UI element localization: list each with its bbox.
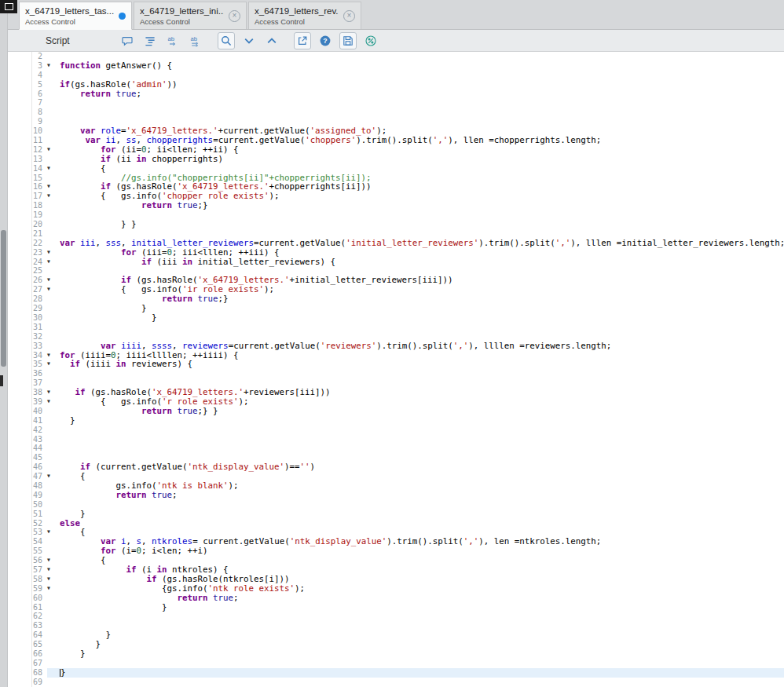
code-text[interactable]: }	[58, 603, 784, 612]
code-text[interactable]: }	[58, 416, 784, 426]
code-text[interactable]	[58, 444, 784, 453]
code-text[interactable]	[58, 108, 784, 117]
code-text[interactable]: {gs.info('ntk role exists');	[58, 584, 784, 594]
tab-2[interactable]: x_64719_letters_ini...Access Control×	[134, 2, 247, 29]
code-line[interactable]: 4	[8, 71, 784, 80]
code-line[interactable]: 52else	[8, 519, 784, 528]
fold-marker-icon[interactable]: ▼	[47, 360, 58, 369]
code-text[interactable]: return true;	[58, 491, 784, 500]
code-line[interactable]: 65 }	[8, 640, 784, 649]
code-text[interactable]: if (ii in chopperrights)	[58, 155, 784, 164]
find-next-icon[interactable]	[240, 32, 258, 49]
code-line[interactable]: 31	[8, 323, 784, 332]
code-line[interactable]: 69	[8, 678, 784, 687]
code-text[interactable]: if (iiii in reviewers) {	[58, 360, 784, 369]
code-line[interactable]: 40 return true;} }	[8, 407, 784, 416]
code-text[interactable]	[58, 323, 784, 332]
code-text[interactable]: if(gs.hasRole('admin'))	[58, 80, 784, 90]
code-text[interactable]	[58, 659, 784, 668]
code-text[interactable]	[58, 621, 784, 630]
toggle-comment-icon[interactable]	[119, 32, 136, 49]
fold-marker-icon[interactable]: ▼	[47, 276, 58, 285]
code-text[interactable]: if (current.getValue('ntk_display_value'…	[58, 462, 784, 472]
code-text[interactable]: }	[58, 304, 784, 313]
code-text[interactable]: }	[58, 649, 784, 659]
code-line[interactable]: 7	[8, 98, 784, 108]
code-line[interactable]: 58▼ if (gs.hasRole(ntkroles[i]))	[8, 575, 784, 584]
code-line[interactable]: 66 }	[8, 649, 784, 659]
code-line[interactable]: 46 if (current.getValue('ntk_display_val…	[8, 462, 784, 472]
code-line[interactable]: 8	[8, 108, 784, 117]
code-text[interactable]: for (i=0; i<len; ++i)	[58, 546, 784, 556]
code-text[interactable]	[58, 500, 784, 510]
fold-marker-icon[interactable]: ▼	[47, 397, 58, 407]
code-line[interactable]: 43	[8, 435, 784, 444]
code-line[interactable]: 3▼function getAnswer() {	[8, 61, 784, 71]
code-text[interactable]: function getAnswer() {	[58, 61, 784, 71]
code-line[interactable]: 44	[8, 444, 784, 453]
code-text[interactable]: return true;}	[58, 294, 784, 304]
code-text[interactable]: }	[58, 313, 784, 323]
code-line[interactable]: 68}	[8, 668, 784, 678]
code-text[interactable]: return true;}	[58, 201, 784, 210]
code-line[interactable]: 51 }	[8, 510, 784, 519]
code-line[interactable]: 49 return true;	[8, 491, 784, 500]
search-icon[interactable]	[218, 32, 235, 49]
code-line[interactable]: 59▼ {gs.info('ntk role exists');	[8, 584, 784, 594]
code-text[interactable]	[58, 435, 784, 444]
collapsed-header-icon[interactable]	[0, 0, 17, 13]
code-line[interactable]: 60 return true;	[8, 594, 784, 603]
code-text[interactable]: }	[58, 668, 784, 678]
code-text[interactable]: return true;} }	[58, 407, 784, 416]
code-editor[interactable]: 23▼function getAnswer() {45if(gs.hasRole…	[8, 52, 784, 687]
find-previous-icon[interactable]	[263, 32, 280, 49]
code-text[interactable]: return true;	[58, 594, 784, 603]
code-line[interactable]: 24▼ if (iii in initial_letter_reviewers)…	[8, 258, 784, 267]
code-text[interactable]	[58, 98, 784, 108]
code-text[interactable]	[58, 678, 784, 687]
code-text[interactable]: }	[58, 510, 784, 519]
code-line[interactable]: 18 return true;}	[8, 201, 784, 210]
fold-marker-icon[interactable]: ▼	[47, 145, 58, 155]
replace-icon[interactable]: ab	[164, 32, 181, 49]
left-scrollbar-rail[interactable]	[0, 0, 8, 687]
code-text[interactable]: var iiii, ssss, reviewers=current.getVal…	[58, 342, 784, 351]
code-text[interactable]: else	[58, 519, 784, 528]
code-line[interactable]: 42	[8, 426, 784, 435]
fold-marker-icon[interactable]: ▼	[47, 164, 58, 174]
code-text[interactable]	[58, 612, 784, 621]
code-line[interactable]: 62	[8, 612, 784, 621]
code-line[interactable]: 6 return true;	[8, 90, 784, 99]
fold-marker-icon[interactable]: ▼	[47, 248, 58, 258]
code-text[interactable]: for (ii=0; ii<llen; ++ii) {	[58, 145, 784, 155]
code-text[interactable]: }	[58, 630, 784, 640]
fold-marker-icon[interactable]: ▼	[47, 182, 58, 192]
code-line[interactable]: 13 if (ii in chopperrights)	[8, 155, 784, 164]
code-text[interactable]: }	[58, 640, 784, 649]
code-line[interactable]: 50	[8, 500, 784, 510]
code-text[interactable]: if (gs.hasRole(ntkroles[i]))	[58, 575, 784, 584]
code-line[interactable]: 23▼ for (iii=0; iii<lllen; ++iii) {	[8, 248, 784, 258]
fold-marker-icon[interactable]: ▼	[47, 565, 58, 575]
code-line[interactable]: 63	[8, 621, 784, 630]
code-line[interactable]: 20 } }	[8, 220, 784, 229]
code-line[interactable]: 67	[8, 659, 784, 668]
tab-1[interactable]: x_64719_letters_tas...Access Control	[19, 2, 132, 30]
fold-marker-icon[interactable]: ▼	[47, 351, 58, 360]
code-line[interactable]: 61 }	[8, 603, 784, 612]
fold-marker-icon[interactable]: ▼	[47, 528, 58, 537]
tab-3[interactable]: x_64719_letters_rev...Access Control×	[248, 2, 361, 29]
code-line[interactable]: 36	[8, 369, 784, 378]
code-line[interactable]: 64 }	[8, 630, 784, 640]
code-text[interactable]: return true;	[58, 90, 784, 99]
code-line[interactable]: 41 }	[8, 416, 784, 426]
replace-all-icon[interactable]: ab	[187, 32, 204, 49]
code-line[interactable]: 33 var iiii, ssss, reviewers=current.get…	[8, 342, 784, 351]
code-text[interactable]	[58, 426, 784, 435]
fold-marker-icon[interactable]: ▼	[47, 61, 58, 71]
code-text[interactable]	[58, 71, 784, 80]
close-tab-icon[interactable]: ×	[229, 10, 240, 22]
help-icon[interactable]: ?	[317, 32, 334, 49]
pop-out-icon[interactable]	[294, 32, 311, 49]
fold-marker-icon[interactable]: ▼	[47, 285, 58, 294]
